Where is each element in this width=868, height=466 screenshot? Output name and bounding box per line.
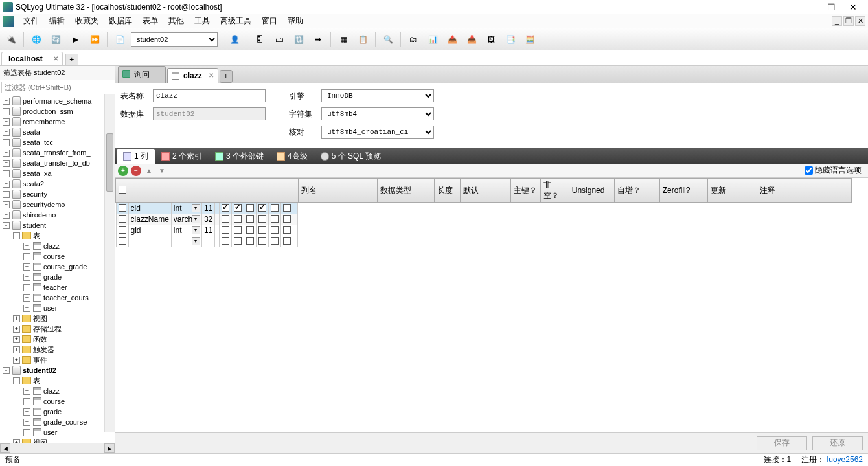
header-update[interactable]: 更新 [707,179,757,203]
tool-1-icon[interactable]: 🗂 [405,31,422,48]
expand-icon[interactable]: + [3,129,10,136]
subtab-columns[interactable]: 1 列 [117,149,155,164]
checkbox[interactable] [258,226,266,234]
expand-icon[interactable]: + [23,305,30,312]
checkbox[interactable] [271,226,279,234]
add-connection-button[interactable]: + [65,54,78,65]
tree-item[interactable]: +seata_transfer_to_db [0,158,115,168]
table-row[interactable]: cidint▾11 [116,203,298,214]
tree-item[interactable]: +clazz [0,241,115,251]
checkbox[interactable] [222,237,229,245]
tree-item[interactable]: +rememberme [0,116,115,127]
checkbox[interactable] [234,215,242,223]
transfer-icon[interactable]: ➡ [310,31,326,48]
expand-icon[interactable]: + [23,253,30,260]
execute-icon[interactable]: ▶ [67,31,84,48]
tree-item[interactable]: +security [0,189,115,199]
subtab-advanced[interactable]: 4高级 [270,149,314,164]
tree-item[interactable]: +production_ssm [0,106,115,116]
new-connection-icon[interactable]: 🔌 [3,31,19,48]
cell-name[interactable]: cid [128,203,171,214]
maximize-button[interactable]: ☐ [824,2,838,12]
table-name-input[interactable] [153,89,266,102]
collation-select[interactable]: utf8mb4_croatian_ci [321,126,434,139]
checkbox[interactable] [258,237,266,245]
tree-item[interactable]: +teacher_cours [0,293,115,303]
expand-icon[interactable]: + [3,98,10,105]
execute-all-icon[interactable]: ⏩ [86,31,103,48]
checkbox[interactable] [258,204,266,212]
tool-6-icon[interactable]: 📑 [502,31,519,48]
header-type[interactable]: 数据类型 [377,179,434,203]
header-length[interactable]: 长度 [434,179,460,203]
table-row[interactable]: gidint▾11 [116,225,298,236]
checkbox[interactable] [234,226,242,234]
connection-tab-localhost[interactable]: localhost ✕ [1,52,63,65]
dropdown-icon[interactable]: ▾ [192,237,200,245]
expand-icon[interactable]: + [13,315,20,322]
hide-language-checkbox[interactable]: 隐藏语言选项 [805,165,862,176]
menu-database[interactable]: 数据库 [104,14,137,28]
subtab-sql-preview[interactable]: 5 个 SQL 预览 [314,149,387,164]
tree-item[interactable]: +存储过程 [0,324,115,334]
expand-icon[interactable]: + [3,191,10,198]
subtab-indexes[interactable]: 2 个索引 [155,149,209,164]
expand-icon[interactable]: + [13,357,20,364]
tool-3-icon[interactable]: 📤 [444,31,461,48]
tree-item[interactable]: +触发器 [0,344,115,355]
expand-icon[interactable]: + [23,408,30,416]
header-name[interactable]: 列名 [298,179,377,203]
cell-type[interactable]: varchar▾ [171,214,201,225]
user-icon[interactable]: 👤 [226,31,243,48]
tree-item[interactable]: +seata2 [0,179,115,189]
mdi-minimize[interactable]: _ [832,16,842,26]
expand-icon[interactable]: + [23,388,30,395]
tree-item[interactable]: -student [0,220,115,230]
registration-link[interactable]: luoye2562 [827,455,863,464]
refresh-icon[interactable]: 🔄 [47,31,64,48]
checkbox[interactable] [234,237,242,245]
checkbox[interactable] [222,215,229,223]
menu-favorites[interactable]: 收藏夹 [70,14,104,28]
tool-5-icon[interactable]: 🖼 [483,31,499,48]
expand-icon[interactable]: + [3,170,10,177]
expand-icon[interactable]: + [23,263,30,271]
cell-type[interactable]: int▾ [171,203,201,214]
header-zerofill[interactable]: Zerofill? [659,179,707,203]
tree-item[interactable]: -student02 [0,365,115,375]
cell-default[interactable] [215,203,220,214]
collapse-icon[interactable]: - [3,367,10,374]
expand-icon[interactable]: + [3,150,10,157]
expand-icon[interactable]: + [13,439,20,443]
tree-item[interactable]: +seata_transfer_from_ [0,148,115,158]
checkbox[interactable] [246,215,254,223]
menu-other[interactable]: 其他 [163,14,189,28]
checkbox[interactable] [246,237,254,245]
cell-length[interactable]: 11 [201,203,214,214]
expand-icon[interactable]: + [3,108,10,115]
move-up-button[interactable] [144,166,154,176]
database-selector[interactable]: student02 [131,32,218,47]
close-button[interactable]: ✕ [846,2,860,12]
checkbox[interactable] [119,204,126,212]
tool-7-icon[interactable]: 🧮 [521,31,538,48]
dropdown-icon[interactable]: ▾ [192,204,200,212]
checkbox[interactable] [283,226,291,234]
expand-icon[interactable]: + [23,243,30,250]
dropdown-icon[interactable]: ▾ [192,215,200,223]
checkbox[interactable] [234,204,242,212]
collapse-icon[interactable]: - [13,377,20,384]
expand-icon[interactable]: + [13,336,20,343]
menu-tools[interactable]: 工具 [189,14,215,28]
engine-select[interactable]: InnoDB [321,89,434,102]
revert-button[interactable]: 还原 [812,436,863,450]
cell-name[interactable]: gid [128,225,171,236]
menu-help[interactable]: 帮助 [282,14,308,28]
checkbox[interactable] [222,204,229,212]
checkbox[interactable] [119,226,126,234]
checkbox[interactable] [246,204,254,212]
tree-item[interactable]: +视图 [0,313,115,324]
tree-item[interactable]: +函数 [0,334,115,344]
tree-item[interactable]: +performance_schema [0,96,115,106]
expand-icon[interactable]: + [3,201,10,208]
